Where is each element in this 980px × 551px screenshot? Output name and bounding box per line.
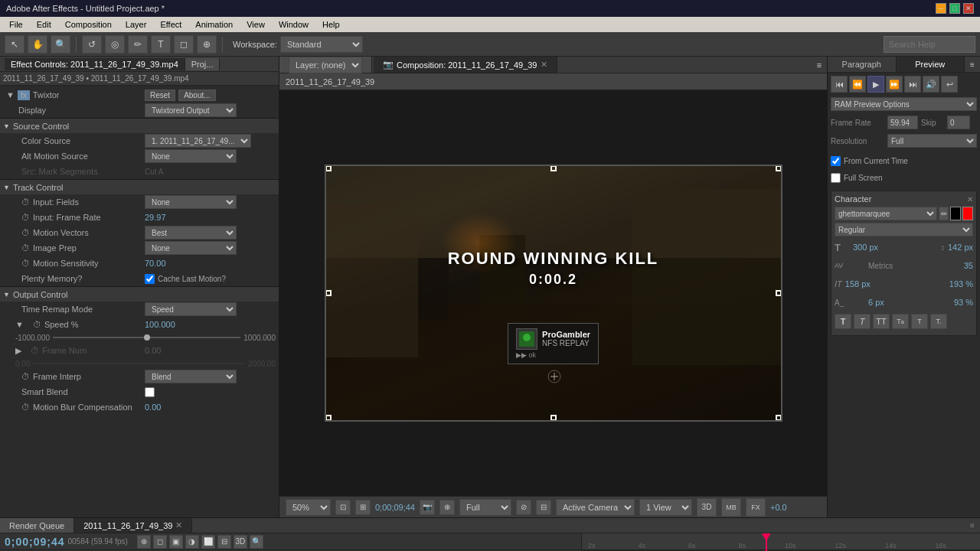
step-back-button[interactable]: ⏪ bbox=[849, 76, 866, 93]
speed-slider-thumb[interactable] bbox=[144, 334, 150, 341]
zoom-select[interactable]: 50% 100% 25% bbox=[286, 499, 331, 516]
skip-input[interactable] bbox=[947, 116, 970, 129]
motion-vectors-select[interactable]: Best Fast bbox=[145, 226, 237, 240]
time-remap-mode-select[interactable]: Speed Frame Num bbox=[145, 302, 237, 316]
snapshot-button[interactable]: 📷 bbox=[420, 500, 435, 515]
menu-animation[interactable]: Animation bbox=[189, 18, 239, 31]
reset-button[interactable]: Reset bbox=[145, 90, 175, 101]
menu-help[interactable]: Help bbox=[316, 18, 346, 31]
menu-view[interactable]: View bbox=[240, 18, 271, 31]
tl-draft-btn[interactable]: ◻ bbox=[153, 535, 167, 549]
go-to-end-button[interactable]: ⏭ bbox=[904, 76, 921, 93]
selection-handle-bl[interactable] bbox=[325, 415, 332, 421]
tool-zoom[interactable]: 🔍 bbox=[51, 35, 70, 54]
tl-comp-btn[interactable]: ⊟ bbox=[217, 535, 231, 549]
menu-file[interactable]: File bbox=[3, 18, 29, 31]
go-to-start-button[interactable]: ⏮ bbox=[831, 76, 848, 93]
source-control-header[interactable]: ▼ Source Control bbox=[0, 118, 279, 133]
workspace-select[interactable]: Standard Animation Motion Tracking bbox=[280, 36, 363, 53]
render-queue-tab[interactable]: Render Queue bbox=[0, 518, 74, 533]
display-select[interactable]: Twixtored Output Motion Vectors bbox=[145, 103, 237, 117]
effect-controls-tab[interactable]: Effect Controls: 2011_11_26_17_49_39.mp4 bbox=[5, 58, 185, 70]
views-count-select[interactable]: 1 View 2 Views 4 Views bbox=[639, 499, 692, 516]
show-snapshot-button[interactable]: ⊕ bbox=[439, 500, 455, 515]
text-style-btn-3[interactable]: TT bbox=[873, 314, 890, 329]
tl-motion-blur-btn[interactable]: ◑ bbox=[185, 535, 199, 549]
selection-handle-mr[interactable] bbox=[776, 290, 782, 296]
alt-motion-source-select[interactable]: None bbox=[145, 149, 237, 163]
comp-close-icon[interactable]: ✕ bbox=[541, 60, 547, 70]
color-swatch-black[interactable] bbox=[950, 207, 961, 220]
composition-tab[interactable]: 📷 Composition: 2011_11_26_17_49_39 ✕ bbox=[374, 57, 557, 73]
text-style-btn-4[interactable]: Ta bbox=[892, 314, 909, 329]
tool-camera[interactable]: ◎ bbox=[105, 35, 125, 54]
minimize-button[interactable]: ─ bbox=[936, 3, 946, 14]
menu-effect[interactable]: Effect bbox=[154, 18, 188, 31]
tl-live-update-btn[interactable]: ⊕ bbox=[137, 535, 151, 549]
selection-handle-ml[interactable] bbox=[325, 290, 332, 296]
close-button[interactable]: ✕ bbox=[963, 3, 974, 14]
tool-text[interactable]: T bbox=[151, 35, 171, 54]
input-fields-select[interactable]: None Upper First Lower First bbox=[145, 195, 237, 209]
search-help-input[interactable] bbox=[884, 36, 975, 53]
text-style-btn-2[interactable]: T bbox=[854, 314, 871, 329]
tool-shape[interactable]: ◻ bbox=[174, 35, 194, 54]
menu-edit[interactable]: Edit bbox=[31, 18, 57, 31]
menu-composition[interactable]: Composition bbox=[59, 18, 118, 31]
character-close[interactable]: ✕ bbox=[967, 195, 973, 204]
timeline-panel-menu[interactable]: ≡ bbox=[965, 521, 980, 530]
track-control-header[interactable]: ▼ Track Control bbox=[0, 179, 279, 194]
tl-graph-editor-btn[interactable]: ⬜ bbox=[201, 535, 215, 549]
selection-handle-tl[interactable] bbox=[325, 165, 332, 171]
color-swatch-red[interactable] bbox=[962, 207, 973, 220]
tool-puppet[interactable]: ⊕ bbox=[197, 35, 217, 54]
selection-handle-tm[interactable] bbox=[550, 165, 557, 171]
font-edit-icon[interactable]: ✏ bbox=[939, 207, 949, 220]
tool-hand[interactable]: ✋ bbox=[28, 35, 47, 54]
tool-selection[interactable]: ↖ bbox=[5, 35, 24, 54]
timeline-tab-close[interactable]: ✕ bbox=[175, 520, 182, 530]
layer-select[interactable]: Layer: (none) bbox=[289, 57, 362, 73]
font-name-select[interactable]: ghettomarquee bbox=[835, 207, 937, 220]
quality-select[interactable]: Full Half Quarter bbox=[459, 499, 511, 516]
tool-pen[interactable]: ✏ bbox=[128, 35, 148, 54]
menu-layer[interactable]: Layer bbox=[119, 18, 153, 31]
resolution-select[interactable]: Full Half bbox=[887, 134, 977, 148]
text-style-btn-1[interactable]: T bbox=[835, 314, 851, 329]
step-forward-button[interactable]: ⏩ bbox=[886, 76, 903, 93]
panel-menu-icon[interactable]: ≡ bbox=[812, 60, 827, 70]
safe-areas-button[interactable]: ⊞ bbox=[355, 500, 371, 515]
ram-preview-select[interactable]: RAM Preview Options bbox=[831, 97, 977, 111]
paragraph-tab[interactable]: Paragraph bbox=[828, 57, 897, 72]
audio-button[interactable]: 🔊 bbox=[923, 76, 939, 93]
tl-search-btn[interactable]: 🔍 bbox=[250, 535, 263, 549]
grid-button[interactable]: ⊟ bbox=[536, 500, 551, 515]
tl-3d-btn[interactable]: 3D bbox=[234, 535, 247, 549]
motion-blur-button[interactable]: MB bbox=[721, 498, 741, 517]
play-button[interactable]: ▶ bbox=[867, 76, 884, 93]
frame-rate-input[interactable] bbox=[887, 116, 918, 129]
frame-interp-select[interactable]: Blend Nearest bbox=[145, 370, 237, 383]
preview-tab[interactable]: Preview bbox=[897, 57, 965, 72]
image-prep-select[interactable]: None bbox=[145, 241, 237, 255]
effects-button[interactable]: FX bbox=[746, 498, 766, 517]
timeline-timecode[interactable]: 0;00;09;44 bbox=[5, 536, 65, 548]
transparency-button[interactable]: ⊘ bbox=[516, 500, 531, 515]
menu-window[interactable]: Window bbox=[273, 18, 315, 31]
selection-handle-br[interactable] bbox=[776, 415, 782, 421]
color-source-select[interactable]: 1. 2011_11_26_17_49... bbox=[145, 134, 251, 148]
about-button[interactable]: About... bbox=[178, 90, 215, 101]
maximize-button[interactable]: □ bbox=[949, 3, 960, 14]
from-current-time-checkbox[interactable] bbox=[831, 156, 841, 166]
3d-button[interactable]: 3D bbox=[697, 498, 717, 517]
fit-view-button[interactable]: ⊡ bbox=[335, 500, 351, 515]
project-tab[interactable]: Proj... bbox=[185, 58, 220, 70]
loop-button[interactable]: ↩ bbox=[941, 76, 958, 93]
panel-menu-btn[interactable]: ≡ bbox=[965, 57, 980, 72]
speed-slider-track[interactable] bbox=[53, 337, 240, 338]
comp-timeline-tab[interactable]: 2011_11_26_17_49_39 ✕ bbox=[74, 518, 192, 533]
cache-last-motion-checkbox[interactable] bbox=[145, 274, 155, 284]
selection-handle-tr[interactable] bbox=[776, 165, 782, 171]
selection-handle-bm[interactable] bbox=[550, 415, 557, 421]
tool-rotation[interactable]: ↺ bbox=[82, 35, 102, 54]
